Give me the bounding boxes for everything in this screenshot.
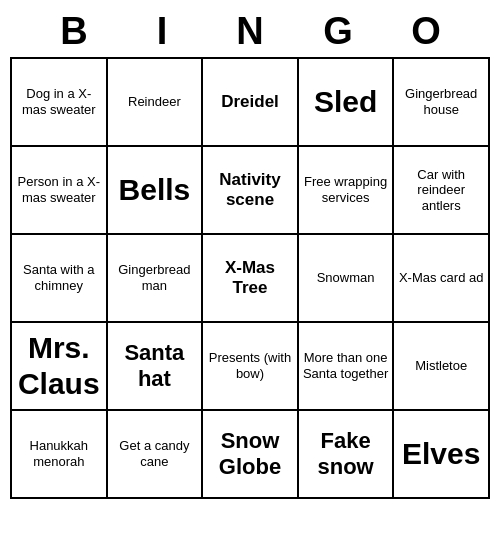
title-letter: G	[294, 10, 382, 53]
bingo-cell: Car with reindeer antlers	[394, 147, 490, 235]
bingo-title: BINGO	[10, 10, 490, 53]
bingo-cell: Mistletoe	[394, 323, 490, 411]
bingo-cell: Gingerbread house	[394, 59, 490, 147]
title-letter: I	[118, 10, 206, 53]
bingo-cell: Gingerbread man	[108, 235, 204, 323]
bingo-cell: X-Mas Tree	[203, 235, 299, 323]
bingo-cell: Nativity scene	[203, 147, 299, 235]
bingo-cell: Santa with a chimney	[12, 235, 108, 323]
bingo-cell: Mrs. Claus	[12, 323, 108, 411]
bingo-cell: Presents (with bow)	[203, 323, 299, 411]
bingo-board: Dog in a X-mas sweaterReindeerDreidelSle…	[10, 57, 490, 499]
bingo-cell: Reindeer	[108, 59, 204, 147]
bingo-cell: Sled	[299, 59, 395, 147]
bingo-cell: X-Mas card ad	[394, 235, 490, 323]
bingo-cell: Get a candy cane	[108, 411, 204, 499]
bingo-cell: Hanukkah menorah	[12, 411, 108, 499]
bingo-cell: Snowman	[299, 235, 395, 323]
bingo-cell: Person in a X-mas sweater	[12, 147, 108, 235]
bingo-cell: Santa hat	[108, 323, 204, 411]
bingo-cell: Fake snow	[299, 411, 395, 499]
bingo-cell: Free wrapping services	[299, 147, 395, 235]
title-letter: O	[382, 10, 470, 53]
bingo-cell: Dreidel	[203, 59, 299, 147]
bingo-cell: Snow Globe	[203, 411, 299, 499]
title-letter: N	[206, 10, 294, 53]
bingo-cell: Dog in a X-mas sweater	[12, 59, 108, 147]
bingo-cell: Bells	[108, 147, 204, 235]
title-letter: B	[30, 10, 118, 53]
bingo-cell: More than one Santa together	[299, 323, 395, 411]
bingo-cell: Elves	[394, 411, 490, 499]
